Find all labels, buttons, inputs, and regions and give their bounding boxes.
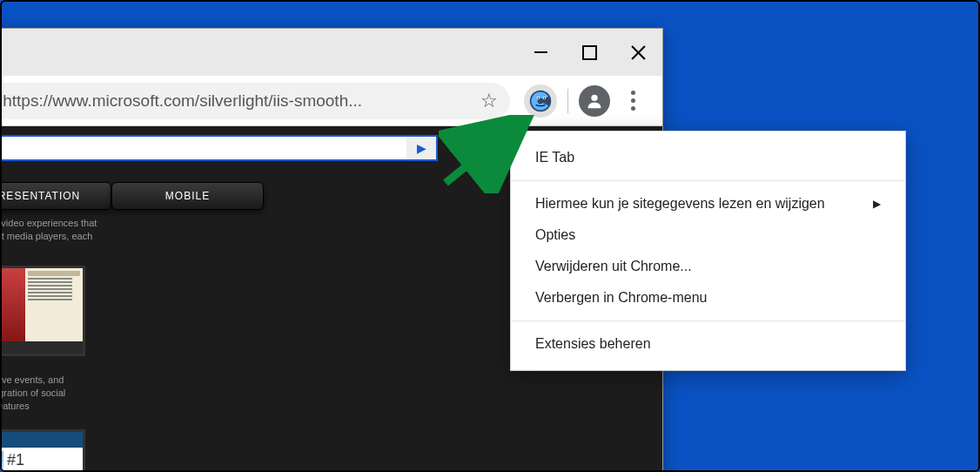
menu-title: IE Tab <box>511 142 905 173</box>
menu-options-label: Opties <box>535 227 575 243</box>
menu-options[interactable]: Opties <box>511 219 905 251</box>
page-description-2: elivering live events, and g the integra… <box>0 374 129 413</box>
menu-title-label: IE Tab <box>535 150 574 165</box>
menu-manage-label: Extensies beheren <box>535 336 651 352</box>
submenu-arrow-icon: ▶ <box>873 198 881 210</box>
extension-context-menu: IE Tab Hiermee kun je sitegegevens lezen… <box>510 131 906 371</box>
menu-remove-label: Verwijderen uit Chrome... <box>535 259 692 274</box>
window-titlebar <box>0 29 662 76</box>
page-search-go-button[interactable]: ▶ <box>406 137 436 159</box>
page-tabs: PRESENTATION MOBILE <box>0 182 264 210</box>
toolbar-separator <box>567 89 568 113</box>
video-thumbnail-1[interactable] <box>0 266 85 356</box>
menu-remove[interactable]: Verwijderen uit Chrome... <box>511 251 905 282</box>
browser-toolbar: url=https://www.microsoft.com/silverligh… <box>0 76 662 126</box>
svg-point-6 <box>544 97 546 98</box>
chrome-menu-button[interactable] <box>615 91 650 111</box>
tab-mobile[interactable]: MOBILE <box>111 182 264 210</box>
video-thumbnail-2[interactable]: #1 <box>0 429 85 472</box>
ietab-extension-button[interactable] <box>524 84 557 118</box>
bookmark-star-icon[interactable]: ☆ <box>480 90 498 112</box>
menu-separator <box>511 180 905 181</box>
menu-separator <box>511 320 905 321</box>
page-search-input[interactable] <box>0 137 406 159</box>
tab-presentation[interactable]: PRESENTATION <box>0 182 111 210</box>
svg-point-7 <box>591 94 597 100</box>
svg-point-4 <box>538 97 540 98</box>
menu-manage-extensions[interactable]: Extensies beheren <box>511 328 905 360</box>
address-bar[interactable]: url=https://www.microsoft.com/silverligh… <box>0 83 510 119</box>
profile-button[interactable] <box>579 85 610 117</box>
page-search-box[interactable]: ▶ <box>0 135 438 161</box>
menu-site-access-label: Hiermee kun je sitegegevens lezen en wij… <box>535 196 825 212</box>
menu-site-access[interactable]: Hiermee kun je sitegegevens lezen en wij… <box>511 188 905 219</box>
page-description-1: engaging video experiences that ry diffe… <box>0 217 133 243</box>
window-maximize-button[interactable] <box>565 29 614 76</box>
window-minimize-button[interactable] <box>516 29 565 76</box>
menu-hide[interactable]: Verbergen in Chrome-menu <box>511 282 905 314</box>
window-close-button[interactable] <box>614 29 662 76</box>
menu-hide-label: Verbergen in Chrome-menu <box>535 290 707 306</box>
address-url: url=https://www.microsoft.com/silverligh… <box>0 91 472 111</box>
